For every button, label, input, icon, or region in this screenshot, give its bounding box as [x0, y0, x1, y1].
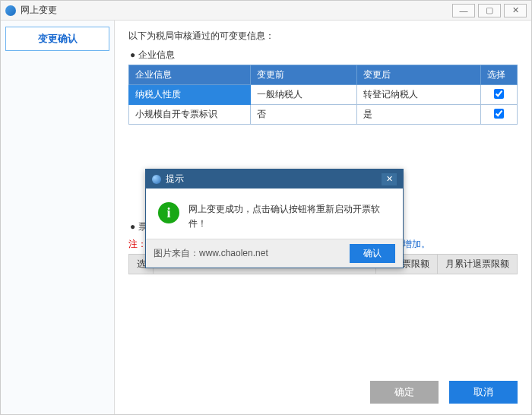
dialog-app-icon	[152, 175, 161, 184]
dialog-title: 提示	[166, 173, 382, 185]
dialog-confirm-button[interactable]: 确认	[350, 244, 395, 263]
dialog-body: i 网上变更成功，点击确认按钮将重新启动开票软件！	[146, 188, 403, 239]
app-window: 网上变更 — ▢ ✕ 变更确认 以下为税局审核通过的可变更信息： 企业信息 企业…	[0, 0, 532, 415]
app-icon	[5, 5, 16, 16]
watermark-text: 图片来自：www.chaolen.net	[154, 247, 268, 260]
dialog-titlebar: 提示 ✕	[146, 169, 403, 188]
close-button[interactable]: ✕	[504, 4, 527, 17]
dialog-message: 网上变更成功，点击确认按钮将重新启动开票软件！	[188, 202, 391, 231]
dialog: 提示 ✕ i 网上变更成功，点击确认按钮将重新启动开票软件！ 图片来自：www.…	[145, 169, 404, 268]
dialog-mask: 提示 ✕ i 网上变更成功，点击确认按钮将重新启动开票软件！ 图片来自：www.…	[1, 21, 531, 414]
dialog-footer: 图片来自：www.chaolen.net 确认	[146, 239, 403, 268]
body: 变更确认 以下为税局审核通过的可变更信息： 企业信息 企业信息 变更前 变更后 …	[1, 21, 531, 414]
window-title: 网上变更	[21, 4, 449, 17]
minimize-button[interactable]: —	[452, 4, 475, 17]
titlebar: 网上变更 — ▢ ✕	[1, 1, 531, 21]
maximize-button[interactable]: ▢	[478, 4, 501, 17]
dialog-close-button[interactable]: ✕	[382, 173, 397, 185]
info-icon: i	[158, 202, 179, 223]
